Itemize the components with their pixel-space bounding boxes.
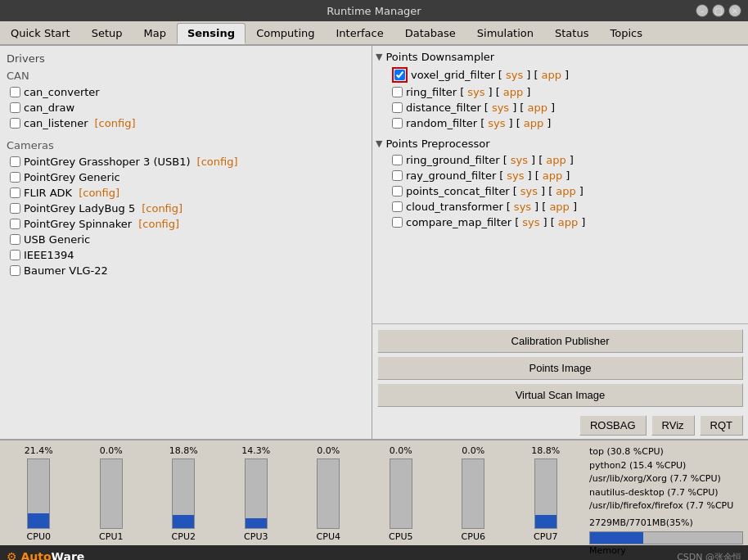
tab-interface[interactable]: Interface: [326, 23, 394, 44]
compare-map-sys-link[interactable]: sys: [522, 216, 539, 228]
list-item: cloud_transformer [ sys ] [ app ]: [376, 199, 743, 215]
ring-ground-app-link[interactable]: app: [546, 154, 566, 166]
pointgrey-ladybug-checkbox[interactable]: [10, 203, 20, 214]
ray-ground-filter-checkbox[interactable]: [392, 170, 403, 181]
cpu-item-2: 18.8%CPU2: [148, 445, 219, 542]
cpu-percent-3: 14.3%: [241, 445, 270, 456]
pointgrey-ladybug-config-link[interactable]: [config]: [142, 202, 182, 215]
sys-info-line-4: nautilus-desktop (7.7 %CPU): [589, 486, 743, 500]
points-image-button[interactable]: Points Image: [377, 356, 743, 380]
can-listener-config-link[interactable]: [config]: [95, 117, 136, 129]
can-converter-checkbox[interactable]: [10, 87, 20, 97]
list-item: IEEE1394: [7, 247, 355, 263]
collapse-arrow-preprocessor-icon[interactable]: ▼: [376, 138, 382, 149]
rviz-button[interactable]: RViz: [651, 415, 695, 436]
ring-filter-sys-link[interactable]: sys: [467, 86, 484, 98]
distance-filter-label: distance_filter: [406, 102, 481, 114]
tab-simulation[interactable]: Simulation: [466, 23, 544, 44]
sys-info-line-2: python2 (15.4 %CPU): [589, 459, 743, 473]
cpu-item-0: 21.4%CPU0: [3, 445, 74, 542]
usb-generic-label: USB Generic: [24, 233, 90, 246]
cpu-item-4: 0.0%CPU4: [293, 445, 364, 542]
cpu-item-3: 14.3%CPU3: [221, 445, 292, 542]
flir-adk-checkbox[interactable]: [10, 187, 20, 198]
random-filter-app-link[interactable]: app: [524, 117, 543, 129]
rosbag-button[interactable]: ROSBAG: [579, 415, 647, 436]
tab-status[interactable]: Status: [544, 23, 599, 44]
system-info-panel: top (30.8 %CPU) python2 (15.4 %CPU) /usr…: [584, 440, 748, 545]
random-filter-sys-link[interactable]: sys: [488, 117, 505, 129]
points-concat-sys-link[interactable]: sys: [520, 185, 538, 197]
list-item: can_converter: [7, 84, 355, 100]
minimize-button[interactable]: –: [696, 4, 709, 17]
tab-topics[interactable]: Topics: [599, 23, 652, 44]
maximize-button[interactable]: □: [712, 4, 725, 17]
cloud-transformer-app-link[interactable]: app: [549, 201, 569, 213]
cpu-item-5: 0.0%CPU5: [366, 445, 437, 542]
ring-filter-checkbox[interactable]: [392, 87, 403, 97]
ray-ground-app-link[interactable]: app: [543, 169, 562, 182]
cloud-transformer-checkbox[interactable]: [392, 201, 403, 212]
ieee1394-checkbox[interactable]: [10, 250, 20, 260]
pointgrey-spinnaker-config-link[interactable]: [config]: [138, 218, 179, 230]
pointgrey-grasshoper-label: PointGrey Grasshoper 3 (USB1): [24, 156, 191, 168]
random-filter-label: random_filter: [406, 117, 477, 129]
points-concat-app-link[interactable]: app: [556, 185, 575, 197]
right-scroll-area[interactable]: ▼ Points Downsampler voxel_grid_filter […: [372, 46, 748, 323]
flir-adk-config-link[interactable]: [config]: [79, 187, 119, 199]
distance-filter-app-link[interactable]: app: [527, 102, 547, 114]
autoware-logo: ⚙ AutoWare: [7, 550, 84, 560]
ring-ground-sys-link[interactable]: sys: [511, 154, 528, 166]
distance-filter-sys-link[interactable]: sys: [492, 102, 509, 114]
usb-generic-checkbox[interactable]: [10, 234, 20, 245]
pointgrey-grasshoper-checkbox[interactable]: [10, 156, 20, 167]
list-item: can_listener [config]: [7, 115, 355, 131]
tab-quick-start[interactable]: Quick Start: [0, 23, 81, 44]
cpu-bar-container-4: [317, 458, 340, 529]
rqt-button[interactable]: RQT: [700, 415, 743, 436]
sys-info-line-1: top (30.8 %CPU): [589, 445, 743, 459]
tab-computing[interactable]: Computing: [246, 23, 325, 44]
cpu-bar-container-7: [534, 458, 557, 529]
cloud-transformer-sys-link[interactable]: sys: [514, 201, 531, 213]
right-action-buttons: Calibration Publisher Points Image Virtu…: [372, 323, 748, 412]
compare-map-app-link[interactable]: app: [558, 216, 578, 228]
list-item: PointGrey Generic: [7, 169, 355, 185]
virtual-scan-image-button[interactable]: Virtual Scan Image: [377, 383, 743, 407]
pointgrey-generic-checkbox[interactable]: [10, 172, 20, 183]
ring-ground-filter-checkbox[interactable]: [392, 155, 403, 165]
tab-map[interactable]: Map: [133, 23, 177, 44]
window-title: Runtime Manager: [327, 5, 421, 17]
compare-map-filter-checkbox[interactable]: [392, 217, 403, 228]
cpu-bar-container-3: [245, 458, 268, 529]
distance-filter-checkbox[interactable]: [392, 102, 403, 113]
cpu-bar-fill-3: [246, 518, 267, 528]
tab-database[interactable]: Database: [394, 23, 466, 44]
ray-ground-filter-label: ray_ground_filter: [406, 169, 496, 182]
tab-sensing[interactable]: Sensing: [177, 23, 246, 44]
close-button[interactable]: ✕: [728, 4, 741, 17]
random-filter-checkbox[interactable]: [392, 118, 403, 129]
can-draw-label: can_draw: [24, 102, 74, 114]
calibration-publisher-button[interactable]: Calibration Publisher: [377, 329, 743, 353]
can-draw-checkbox[interactable]: [10, 102, 20, 113]
list-item: can_draw: [7, 100, 355, 115]
can-listener-checkbox[interactable]: [10, 118, 20, 129]
voxel-grid-filter-checkbox[interactable]: [394, 70, 405, 80]
voxel-grid-checked-wrapper: [392, 67, 408, 83]
pointgrey-spinnaker-checkbox[interactable]: [10, 219, 20, 229]
baumer-checkbox[interactable]: [10, 265, 20, 276]
list-item: ring_ground_filter [ sys ] [ app ]: [376, 152, 743, 168]
collapse-arrow-icon[interactable]: ▼: [376, 52, 382, 62]
voxel-grid-sys-link[interactable]: sys: [506, 69, 523, 81]
voxel-grid-app-link[interactable]: app: [541, 69, 561, 81]
ray-ground-sys-link[interactable]: sys: [507, 169, 524, 182]
cpu-label-5: CPU5: [389, 531, 412, 542]
cpu-percent-7: 18.8%: [531, 445, 560, 456]
ring-filter-app-link[interactable]: app: [503, 86, 523, 98]
memory-bar-fill: [590, 532, 643, 544]
points-concat-filter-checkbox[interactable]: [392, 186, 403, 196]
cpu-bar-container-2: [172, 458, 195, 529]
pointgrey-grasshoper-config-link[interactable]: [config]: [197, 156, 238, 168]
tab-setup[interactable]: Setup: [81, 23, 133, 44]
